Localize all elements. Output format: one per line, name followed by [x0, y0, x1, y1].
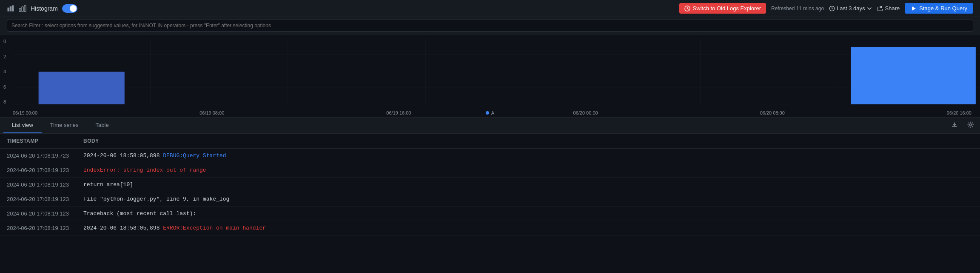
table-row[interactable]: 2024-06-20 17:08:19.123return area[10] [0, 178, 980, 192]
table-row[interactable]: 2024-06-20 17:08:19.123Traceback (most r… [0, 207, 980, 221]
top-bar-left: Histogram [7, 4, 77, 13]
chart-legend: A [486, 110, 494, 115]
svg-rect-20 [39, 72, 125, 104]
svg-rect-0 [8, 8, 9, 11]
chart-x-labels: 06/19 00:00 06/19 08:00 06/19 16:00 06/2… [13, 110, 980, 115]
tabs-left: List view Time series Table [3, 118, 117, 133]
row-body: 2024-20-06 18:58:05,898 DEBUG:Query Star… [77, 149, 980, 163]
col-body: Body [77, 134, 980, 149]
switch-old-label: Switch to Old Logs Explorer [693, 5, 761, 11]
play-icon [911, 6, 917, 11]
row-timestamp: 2024-06-20 17:08:19.123 [0, 163, 77, 178]
last-days-selector[interactable]: Last 3 days [829, 5, 872, 11]
table-row[interactable]: 2024-06-20 17:08:19.7232024-20-06 18:58:… [0, 149, 980, 163]
svg-marker-8 [912, 6, 916, 11]
row-body: Traceback (most recent call last): [77, 207, 980, 221]
svg-rect-1 [10, 6, 11, 11]
share-button[interactable]: Share [877, 5, 900, 11]
tab-table[interactable]: Table [87, 118, 117, 133]
share-icon [877, 6, 883, 11]
histogram-icon [7, 5, 14, 12]
stage-run-button[interactable]: Stage & Run Query [905, 3, 973, 14]
stage-run-label: Stage & Run Query [919, 5, 967, 11]
download-icon [951, 121, 958, 128]
switch-old-button[interactable]: Switch to Old Logs Explorer [679, 3, 766, 14]
share-label: Share [885, 5, 900, 11]
svg-rect-5 [24, 6, 26, 11]
search-bar [0, 17, 980, 34]
top-bar: Histogram Switch to Old Logs Explorer Re… [0, 0, 980, 17]
chart-area: 8 6 4 2 0 06/19 00:00 06/19 08 [0, 34, 980, 118]
col-timestamp: Timestamp [0, 134, 77, 149]
toggle-knob [70, 5, 77, 12]
row-timestamp: 2024-06-20 17:08:19.123 [0, 221, 77, 236]
download-icon-button[interactable] [949, 120, 960, 132]
tabs-bar: List view Time series Table [0, 118, 980, 134]
row-timestamp: 2024-06-20 17:08:19.723 [0, 149, 77, 163]
row-body: return area[10] [77, 178, 980, 192]
row-timestamp: 2024-06-20 17:08:19.123 [0, 207, 77, 221]
settings-icon-button[interactable] [965, 120, 977, 132]
legend-dot [486, 111, 489, 115]
log-table: Timestamp Body 2024-06-20 17:08:19.72320… [0, 134, 980, 236]
histogram-toggle[interactable] [62, 4, 77, 13]
table-row[interactable]: 2024-06-20 17:08:19.1232024-20-06 18:58:… [0, 221, 980, 236]
svg-rect-4 [22, 7, 23, 11]
bar-chart-icon [19, 5, 26, 12]
row-body: File "python-logger.py", line 9, in make… [77, 192, 980, 207]
table-header-row: Timestamp Body [0, 134, 980, 149]
row-timestamp: 2024-06-20 17:08:19.123 [0, 192, 77, 207]
svg-rect-21 [851, 47, 976, 104]
svg-point-22 [970, 124, 972, 126]
chart-svg [13, 39, 980, 104]
clock-icon [829, 6, 835, 11]
row-body: IndexError: string index out of range [77, 163, 980, 178]
last-days-label: Last 3 days [837, 5, 865, 11]
histogram-label: Histogram [31, 5, 58, 12]
tabs-right [949, 120, 977, 132]
row-body: 2024-20-06 18:58:05,898 ERROR:Exception … [77, 221, 980, 236]
search-input[interactable] [7, 20, 973, 32]
table-row[interactable]: 2024-06-20 17:08:19.123File "python-logg… [0, 192, 980, 207]
svg-rect-3 [19, 9, 21, 11]
legend-label: A [491, 110, 494, 115]
refreshed-text: Refreshed 11 mins ago [771, 6, 824, 11]
switch-icon [684, 6, 690, 11]
tab-list-view[interactable]: List view [3, 118, 42, 133]
chevron-down-icon [867, 6, 872, 11]
settings-icon [967, 121, 974, 128]
row-timestamp: 2024-06-20 17:08:19.123 [0, 178, 77, 192]
top-bar-right: Switch to Old Logs Explorer Refreshed 11… [679, 3, 973, 14]
chart-y-axis: 8 6 4 2 0 [3, 39, 6, 104]
table-row[interactable]: 2024-06-20 17:08:19.123IndexError: strin… [0, 163, 980, 178]
svg-rect-2 [12, 6, 14, 11]
tab-time-series[interactable]: Time series [42, 118, 87, 133]
